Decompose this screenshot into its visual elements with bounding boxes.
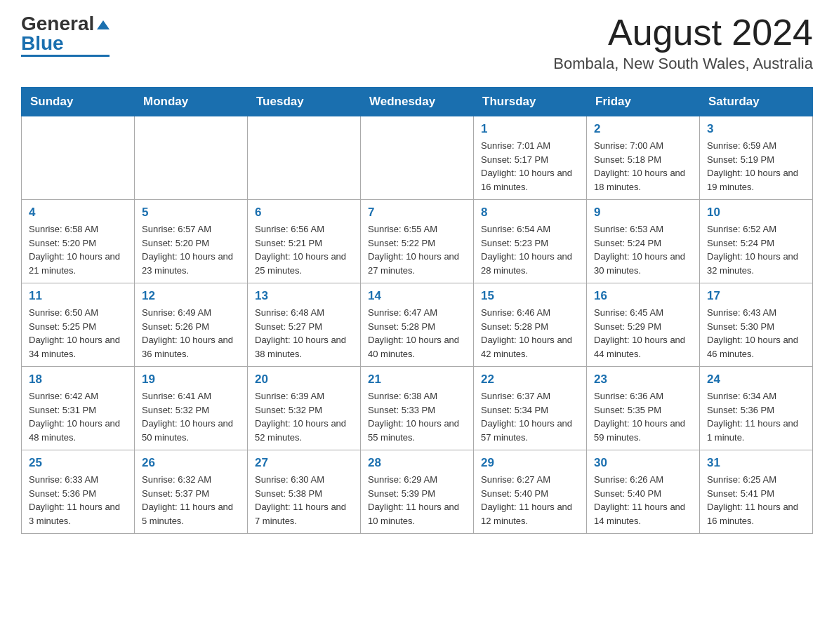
col-sunday: Sunday [22, 88, 135, 116]
day-number: 17 [707, 289, 805, 303]
day-number: 3 [707, 122, 805, 136]
day-number: 16 [594, 289, 692, 303]
day-info: Sunrise: 6:45 AM Sunset: 5:29 PM Dayligh… [594, 306, 692, 361]
day-info: Sunrise: 6:46 AM Sunset: 5:28 PM Dayligh… [481, 306, 579, 361]
day-info: Sunrise: 6:36 AM Sunset: 5:35 PM Dayligh… [594, 389, 692, 444]
col-thursday: Thursday [474, 88, 587, 116]
day-number: 31 [707, 456, 805, 470]
logo-general-text: General [21, 14, 94, 34]
day-number: 1 [481, 122, 579, 136]
week-row-4: 25Sunrise: 6:33 AM Sunset: 5:36 PM Dayli… [22, 450, 813, 534]
calendar-cell: 31Sunrise: 6:25 AM Sunset: 5:41 PM Dayli… [700, 450, 813, 534]
calendar-cell: 12Sunrise: 6:49 AM Sunset: 5:26 PM Dayli… [135, 283, 248, 367]
week-row-2: 11Sunrise: 6:50 AM Sunset: 5:25 PM Dayli… [22, 283, 813, 367]
week-row-0: 1Sunrise: 7:01 AM Sunset: 5:17 PM Daylig… [22, 116, 813, 200]
calendar-cell: 26Sunrise: 6:32 AM Sunset: 5:37 PM Dayli… [135, 450, 248, 534]
day-number: 11 [29, 289, 127, 303]
calendar-cell: 17Sunrise: 6:43 AM Sunset: 5:30 PM Dayli… [700, 283, 813, 367]
page-header: General Blue August 2024 Bombala, New So… [21, 14, 813, 73]
col-tuesday: Tuesday [248, 88, 361, 116]
calendar-header-row: Sunday Monday Tuesday Wednesday Thursday… [22, 88, 813, 116]
day-info: Sunrise: 6:33 AM Sunset: 5:36 PM Dayligh… [29, 473, 127, 528]
calendar-cell: 25Sunrise: 6:33 AM Sunset: 5:36 PM Dayli… [22, 450, 135, 534]
logo-triangle-icon [97, 20, 110, 29]
calendar-cell: 28Sunrise: 6:29 AM Sunset: 5:39 PM Dayli… [361, 450, 474, 534]
location-title: Bombala, New South Wales, Australia [553, 55, 813, 73]
calendar-cell: 1Sunrise: 7:01 AM Sunset: 5:17 PM Daylig… [474, 116, 587, 200]
title-area: August 2024 Bombala, New South Wales, Au… [553, 14, 813, 73]
logo-underline [21, 55, 110, 57]
calendar-cell [248, 116, 361, 200]
calendar-cell: 6Sunrise: 6:56 AM Sunset: 5:21 PM Daylig… [248, 200, 361, 283]
day-number: 13 [255, 289, 353, 303]
day-number: 8 [481, 206, 579, 220]
calendar-cell: 8Sunrise: 6:54 AM Sunset: 5:23 PM Daylig… [474, 200, 587, 283]
calendar-cell: 19Sunrise: 6:41 AM Sunset: 5:32 PM Dayli… [135, 367, 248, 450]
day-info: Sunrise: 6:47 AM Sunset: 5:28 PM Dayligh… [368, 306, 466, 361]
calendar-cell: 13Sunrise: 6:48 AM Sunset: 5:27 PM Dayli… [248, 283, 361, 367]
day-info: Sunrise: 6:54 AM Sunset: 5:23 PM Dayligh… [481, 222, 579, 277]
day-number: 20 [255, 373, 353, 387]
day-number: 25 [29, 456, 127, 470]
calendar-cell: 16Sunrise: 6:45 AM Sunset: 5:29 PM Dayli… [587, 283, 700, 367]
col-saturday: Saturday [700, 88, 813, 116]
calendar-cell: 5Sunrise: 6:57 AM Sunset: 5:20 PM Daylig… [135, 200, 248, 283]
day-number: 10 [707, 206, 805, 220]
calendar-cell: 14Sunrise: 6:47 AM Sunset: 5:28 PM Dayli… [361, 283, 474, 367]
day-number: 22 [481, 373, 579, 387]
calendar-table: Sunday Monday Tuesday Wednesday Thursday… [21, 87, 813, 534]
day-info: Sunrise: 6:58 AM Sunset: 5:20 PM Dayligh… [29, 222, 127, 277]
calendar-cell: 20Sunrise: 6:39 AM Sunset: 5:32 PM Dayli… [248, 367, 361, 450]
day-info: Sunrise: 6:27 AM Sunset: 5:40 PM Dayligh… [481, 473, 579, 528]
day-number: 29 [481, 456, 579, 470]
day-number: 24 [707, 373, 805, 387]
calendar-cell: 21Sunrise: 6:38 AM Sunset: 5:33 PM Dayli… [361, 367, 474, 450]
day-info: Sunrise: 6:43 AM Sunset: 5:30 PM Dayligh… [707, 306, 805, 361]
day-number: 2 [594, 122, 692, 136]
calendar-cell: 29Sunrise: 6:27 AM Sunset: 5:40 PM Dayli… [474, 450, 587, 534]
day-info: Sunrise: 6:48 AM Sunset: 5:27 PM Dayligh… [255, 306, 353, 361]
day-number: 27 [255, 456, 353, 470]
day-number: 28 [368, 456, 466, 470]
day-info: Sunrise: 6:49 AM Sunset: 5:26 PM Dayligh… [142, 306, 240, 361]
day-number: 14 [368, 289, 466, 303]
calendar-cell: 24Sunrise: 6:34 AM Sunset: 5:36 PM Dayli… [700, 367, 813, 450]
calendar-cell: 9Sunrise: 6:53 AM Sunset: 5:24 PM Daylig… [587, 200, 700, 283]
day-info: Sunrise: 6:30 AM Sunset: 5:38 PM Dayligh… [255, 473, 353, 528]
day-info: Sunrise: 6:55 AM Sunset: 5:22 PM Dayligh… [368, 222, 466, 277]
calendar-cell [22, 116, 135, 200]
day-number: 21 [368, 373, 466, 387]
calendar-cell: 7Sunrise: 6:55 AM Sunset: 5:22 PM Daylig… [361, 200, 474, 283]
day-info: Sunrise: 6:34 AM Sunset: 5:36 PM Dayligh… [707, 389, 805, 444]
day-number: 19 [142, 373, 240, 387]
day-number: 9 [594, 206, 692, 220]
calendar-cell: 11Sunrise: 6:50 AM Sunset: 5:25 PM Dayli… [22, 283, 135, 367]
calendar-cell [135, 116, 248, 200]
logo-blue-text: Blue [21, 34, 64, 53]
calendar-cell: 22Sunrise: 6:37 AM Sunset: 5:34 PM Dayli… [474, 367, 587, 450]
day-number: 7 [368, 206, 466, 220]
calendar-cell: 30Sunrise: 6:26 AM Sunset: 5:40 PM Dayli… [587, 450, 700, 534]
day-info: Sunrise: 6:56 AM Sunset: 5:21 PM Dayligh… [255, 222, 353, 277]
calendar-cell: 23Sunrise: 6:36 AM Sunset: 5:35 PM Dayli… [587, 367, 700, 450]
week-row-3: 18Sunrise: 6:42 AM Sunset: 5:31 PM Dayli… [22, 367, 813, 450]
day-info: Sunrise: 6:26 AM Sunset: 5:40 PM Dayligh… [594, 473, 692, 528]
day-number: 26 [142, 456, 240, 470]
calendar-cell: 27Sunrise: 6:30 AM Sunset: 5:38 PM Dayli… [248, 450, 361, 534]
calendar-cell [361, 116, 474, 200]
calendar-cell: 2Sunrise: 7:00 AM Sunset: 5:18 PM Daylig… [587, 116, 700, 200]
day-info: Sunrise: 6:38 AM Sunset: 5:33 PM Dayligh… [368, 389, 466, 444]
week-row-1: 4Sunrise: 6:58 AM Sunset: 5:20 PM Daylig… [22, 200, 813, 283]
day-number: 5 [142, 206, 240, 220]
day-number: 6 [255, 206, 353, 220]
day-info: Sunrise: 7:00 AM Sunset: 5:18 PM Dayligh… [594, 139, 692, 194]
calendar-cell: 10Sunrise: 6:52 AM Sunset: 5:24 PM Dayli… [700, 200, 813, 283]
day-number: 18 [29, 373, 127, 387]
day-info: Sunrise: 6:59 AM Sunset: 5:19 PM Dayligh… [707, 139, 805, 194]
col-friday: Friday [587, 88, 700, 116]
day-info: Sunrise: 6:42 AM Sunset: 5:31 PM Dayligh… [29, 389, 127, 444]
day-info: Sunrise: 6:25 AM Sunset: 5:41 PM Dayligh… [707, 473, 805, 528]
calendar-cell: 4Sunrise: 6:58 AM Sunset: 5:20 PM Daylig… [22, 200, 135, 283]
calendar-cell: 15Sunrise: 6:46 AM Sunset: 5:28 PM Dayli… [474, 283, 587, 367]
day-info: Sunrise: 7:01 AM Sunset: 5:17 PM Dayligh… [481, 139, 579, 194]
